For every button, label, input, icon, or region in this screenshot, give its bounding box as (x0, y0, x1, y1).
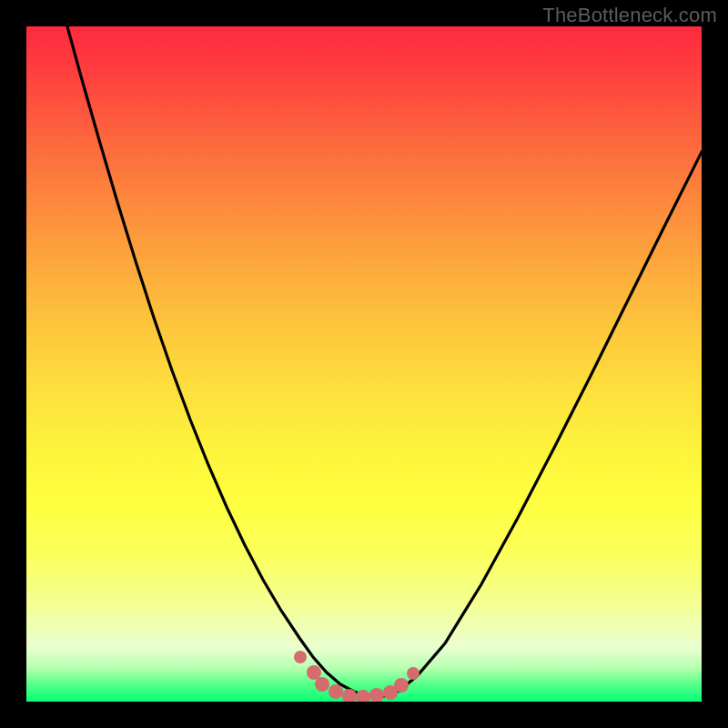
chart-svg (26, 26, 702, 702)
bottom-dot (394, 678, 409, 693)
bottom-dot (307, 665, 321, 680)
bottom-dot (407, 667, 420, 680)
bottom-dots-group (294, 651, 420, 702)
bottom-dot (383, 685, 398, 700)
bottom-dot (329, 684, 343, 699)
bottom-dot (342, 689, 357, 702)
chart-plot-area (26, 26, 702, 702)
bottom-dot (356, 690, 370, 702)
bottom-dot (294, 651, 307, 663)
bottom-dot (315, 677, 329, 692)
bottom-dot (369, 688, 384, 702)
watermark-text: TheBottleneck.com (542, 4, 717, 27)
bottleneck-curve (67, 26, 702, 697)
